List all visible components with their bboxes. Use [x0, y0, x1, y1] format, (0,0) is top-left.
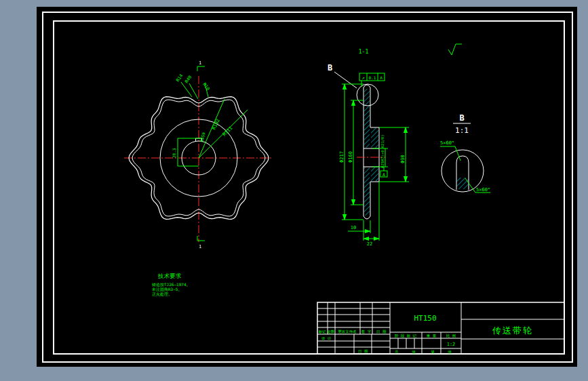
design-label: 设 计	[321, 336, 332, 340]
scale-label: 比 例	[446, 334, 456, 338]
tech-notes-title: 技术要求	[157, 273, 182, 279]
section-label-top: 1	[199, 60, 201, 66]
rev-col-sign: 签 字	[361, 329, 372, 334]
detail-view-scale: 1:1	[455, 126, 469, 135]
dim-web: 10	[351, 225, 356, 230]
cad-viewport: R102 R111 R14 R40 R10 28.3 8JS9 1 1 1-1	[0, 0, 588, 381]
detail-callout-label: B	[328, 63, 332, 73]
fcf-symbol: ↗	[361, 75, 364, 81]
drawing-sheet	[37, 7, 577, 367]
section-label-bottom: 1	[199, 244, 201, 249]
cad-drawing-canvas[interactable]: R102 R111 R14 R40 R10 28.3 8JS9 1 1 1-1	[0, 0, 588, 381]
hatch-web-bottom	[364, 167, 370, 216]
fcf-datum-ref: A	[380, 75, 383, 80]
chamfer-bottom: 5×60°	[476, 187, 490, 193]
stage-label: 阶 段 标 记	[395, 334, 416, 338]
detail-hatch	[457, 178, 469, 189]
dim-hub-length: 22	[367, 241, 372, 247]
dim-keyway-depth: 28.3	[172, 148, 176, 158]
dim-d160: Φ160	[348, 151, 353, 163]
sheet-no-label: 第	[431, 350, 435, 354]
part-name: 传送带轮	[492, 325, 533, 336]
section-view-label: 1-1	[359, 49, 369, 55]
dim-d90: Φ90	[400, 155, 406, 163]
scale-value: 1:2	[447, 342, 456, 347]
dim-d217: Φ217	[339, 151, 345, 163]
tech-note-3: 正火处理。	[152, 292, 172, 297]
weight-label: 重 量	[427, 334, 437, 338]
material-label: HT150	[414, 314, 436, 323]
hatch-hub-bottom	[371, 167, 378, 181]
rev-col-date: 日 期	[376, 329, 387, 334]
sheets-total-label: 共	[394, 350, 399, 354]
sheet-no-unit: 张	[448, 350, 452, 355]
hatch-hub-top	[371, 128, 378, 148]
date-label: 日 期	[358, 349, 368, 354]
chamfer-top: 5×60°	[440, 140, 454, 146]
hatch-web-top	[364, 89, 370, 148]
detail-view-name: B	[459, 113, 464, 123]
rev-col-count: 处数	[328, 329, 336, 334]
dim-bore: Φ25H7(+0.021/0)	[380, 134, 385, 168]
tech-note-1: 铸造按TJ26—1974。	[151, 282, 191, 287]
rev-col-docname: 更改文件名	[338, 329, 357, 334]
datum-label: A	[383, 172, 385, 178]
sheets-total-unit: 张	[412, 350, 416, 355]
fcf-tolerance: 0.1	[369, 75, 376, 80]
rev-col-mark: 标记	[318, 329, 327, 334]
